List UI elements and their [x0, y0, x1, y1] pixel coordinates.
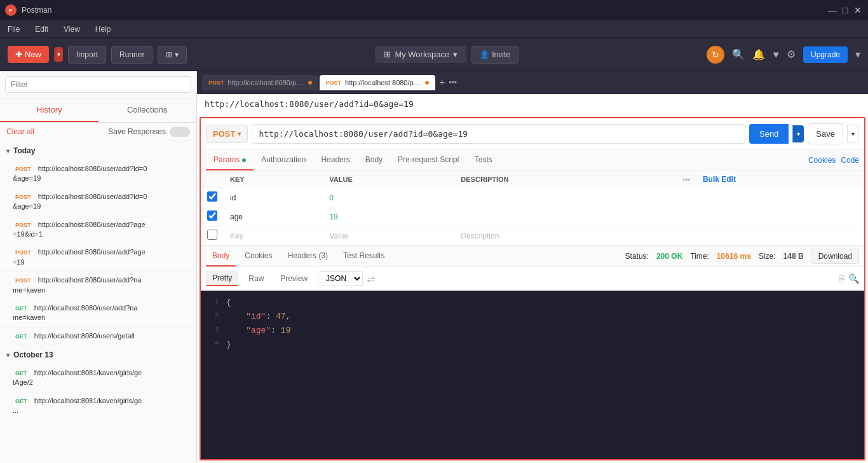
search-icon[interactable]: 🔍	[848, 273, 859, 284]
param-desc-1[interactable]	[454, 188, 676, 207]
resp-tab-body[interactable]: Body	[206, 246, 236, 266]
param-checkbox-2[interactable]	[207, 211, 217, 221]
format-raw-button[interactable]: Raw	[242, 272, 270, 286]
menu-edit[interactable]: Edit	[32, 24, 51, 35]
resp-tab-test-results[interactable]: Test Results	[337, 246, 391, 266]
list-item[interactable]: POST http://localhost:8080/user/add?age=…	[0, 244, 196, 272]
tab-collections[interactable]: Collections	[98, 99, 197, 122]
column-more-icon[interactable]: •••	[682, 176, 690, 183]
menu-help[interactable]: Help	[93, 24, 114, 35]
new-dropdown-button[interactable]: ▾	[54, 47, 63, 62]
heart-icon[interactable]: ♥	[773, 49, 779, 60]
list-item[interactable]: GET http://localhost:8080/users/getall	[0, 328, 196, 345]
new-tab-button[interactable]: +	[437, 77, 447, 88]
bell-icon[interactable]: 🔔	[752, 48, 765, 60]
list-item[interactable]: GET http://localhost:8081/kaven/girls/ge…	[0, 364, 196, 392]
settings-icon[interactable]: ⚙	[787, 48, 796, 60]
list-item[interactable]: POST http://localhost:8080/user/add?name…	[0, 272, 196, 300]
request-tab-1[interactable]: POST http://localhost:8080/person/se	[202, 75, 318, 90]
param-desc-new[interactable]: Description	[454, 226, 676, 245]
october-section-header[interactable]: ▾ October 13	[0, 345, 196, 364]
invite-button[interactable]: 👤 Invite	[471, 46, 519, 64]
json-format-select[interactable]: JSON XML HTML Text	[318, 271, 363, 286]
method-label: POST	[326, 79, 342, 86]
tab-headers[interactable]: Headers	[313, 150, 357, 170]
tab-body[interactable]: Body	[358, 150, 390, 170]
list-item[interactable]: POST http://localhost:8080/user/add?id=0…	[0, 188, 196, 216]
clear-all-button[interactable]: Clear all	[6, 127, 34, 136]
param-key-new[interactable]: Key	[224, 226, 323, 245]
param-checkbox-1[interactable]	[207, 191, 217, 202]
close-button[interactable]: ✕	[853, 5, 863, 15]
tab-tests[interactable]: Tests	[467, 150, 500, 170]
key-column-header: KEY	[224, 171, 323, 188]
download-button[interactable]: Download	[811, 249, 859, 264]
list-item[interactable]: POST http://localhost:8080/user/add?age=…	[0, 216, 196, 244]
search-icon[interactable]: 🔍	[732, 48, 745, 60]
menu-file[interactable]: File	[5, 24, 22, 35]
app-logo: P	[5, 4, 17, 16]
url-input[interactable]	[252, 124, 745, 144]
bulk-edit-button[interactable]: Bulk Edit	[703, 175, 736, 184]
method-select[interactable]: POST ▾	[206, 125, 248, 143]
wrap-icon[interactable]: ⇌	[367, 273, 375, 285]
format-preview-button[interactable]: Preview	[274, 272, 314, 286]
list-item[interactable]: POST http://localhost:8080/user/add?id=0…	[0, 160, 196, 188]
table-row: age 19	[201, 207, 864, 226]
upgrade-button[interactable]: Upgrade	[803, 46, 848, 63]
maximize-button[interactable]: □	[840, 5, 850, 15]
request-url: http://localhost:8081/kaven/girls/ge...	[13, 397, 142, 414]
param-key-1[interactable]: id	[224, 188, 323, 207]
time-label: Time:	[690, 252, 709, 261]
param-desc-2[interactable]	[454, 207, 676, 226]
tab-params[interactable]: Params	[206, 150, 254, 170]
list-item[interactable]: GET http://localhost:8081/kaven/girls/ge…	[0, 392, 196, 420]
menu-view[interactable]: View	[61, 24, 83, 35]
minimize-button[interactable]: —	[827, 5, 837, 15]
method-badge: POST	[13, 165, 34, 173]
code-link[interactable]: Code	[841, 156, 859, 165]
runner-button[interactable]: Runner	[111, 46, 153, 64]
save-responses-switch[interactable]	[170, 127, 190, 137]
request-tabs: Params Authorization Headers Body Pre-re…	[201, 150, 864, 171]
param-value-2[interactable]: 19	[323, 207, 454, 226]
filter-input[interactable]	[5, 76, 191, 93]
app-title: Postman	[22, 6, 51, 15]
tab-history[interactable]: History	[0, 99, 98, 122]
tab-url: http://localhost:8080/person/se	[228, 79, 304, 86]
workspace-button[interactable]: ⊞ My Workspace ▾	[375, 46, 466, 63]
tab-prerequest[interactable]: Pre-request Script	[390, 150, 467, 170]
url-breadcrumb: http://localhost:8080/user/add?id=0&age=…	[205, 99, 414, 109]
request-tab-2[interactable]: POST http://localhost:8080/person/se	[320, 75, 436, 90]
param-key-2[interactable]: age	[224, 207, 323, 226]
runner-extra-button[interactable]: ⊞ ▾	[158, 46, 186, 64]
list-item[interactable]: GET http://localhost:8080/user/add?name=…	[0, 300, 196, 328]
format-pretty-button[interactable]: Pretty	[206, 271, 238, 286]
resp-tab-cookies[interactable]: Cookies	[238, 246, 278, 266]
time-value: 10616 ms	[717, 252, 751, 261]
sync-button[interactable]: ↻	[707, 46, 724, 64]
copy-icon[interactable]: ⎘	[839, 273, 844, 284]
tab-authorization[interactable]: Authorization	[254, 150, 313, 170]
dropdown-icon[interactable]: ▾	[855, 48, 860, 60]
line-number: 4	[206, 338, 219, 352]
send-button[interactable]: Send	[749, 124, 789, 144]
param-value-1[interactable]: 0	[323, 188, 454, 207]
tab-url: http://localhost:8080/person/se	[345, 79, 421, 86]
send-dropdown-button[interactable]: ▾	[792, 125, 804, 142]
resp-tab-headers[interactable]: Headers (3)	[281, 246, 334, 266]
new-button[interactable]: ✚ New	[8, 46, 49, 63]
params-table-container: KEY VALUE DESCRIPTION ••• Bulk Edit	[201, 171, 864, 245]
more-tabs-button[interactable]: •••	[449, 78, 457, 87]
save-button[interactable]: Save	[808, 123, 843, 144]
cookies-link[interactable]: Cookies	[808, 156, 836, 165]
save-dropdown-button[interactable]: ▾	[847, 125, 859, 143]
import-button[interactable]: Import	[68, 46, 106, 64]
method-badge: POST	[13, 221, 34, 229]
today-section-header[interactable]: ▾ Today	[0, 141, 196, 160]
menu-bar: File Edit View Help	[0, 20, 868, 38]
size-value: 148 B	[783, 252, 804, 261]
params-dot	[242, 158, 246, 162]
param-value-new[interactable]: Value	[323, 226, 454, 245]
param-checkbox-new[interactable]	[207, 230, 217, 240]
